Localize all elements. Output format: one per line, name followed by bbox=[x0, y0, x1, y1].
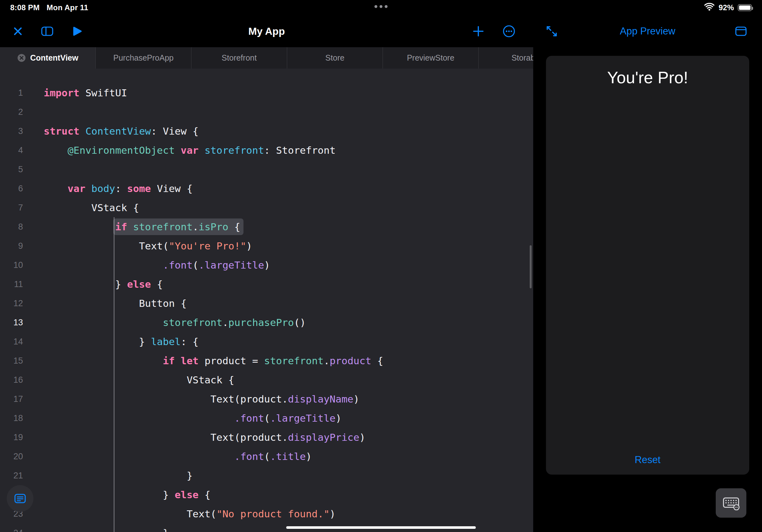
preview-header: App Preview bbox=[533, 15, 762, 47]
code-text: if storefront.isPro { bbox=[44, 217, 240, 236]
line-number: 7 bbox=[0, 198, 23, 217]
code-text: Text("You're Pro!") bbox=[44, 236, 252, 255]
tab-label: PreviewStore bbox=[407, 53, 454, 62]
reset-button[interactable]: Reset bbox=[546, 454, 749, 466]
tab-storefront[interactable]: Storefront bbox=[191, 47, 287, 69]
line-number: 9 bbox=[0, 236, 23, 255]
home-indicator[interactable] bbox=[286, 526, 476, 529]
line-number: 11 bbox=[0, 275, 23, 294]
tab-bar: ContentViewPurchaseProAppStorefrontStore… bbox=[0, 47, 533, 69]
code-line[interactable]: 16 VStack { bbox=[0, 370, 533, 389]
tab-contentview[interactable]: ContentView bbox=[0, 47, 96, 69]
tab-label: Store bbox=[326, 53, 344, 62]
code-line[interactable]: 1import SwiftUI bbox=[0, 83, 533, 102]
code-line[interactable]: 4 @EnvironmentObject var storefront: Sto… bbox=[0, 141, 533, 160]
code-line[interactable]: 15 if let product = storefront.product { bbox=[0, 351, 533, 370]
tab-label: ContentView bbox=[30, 53, 79, 62]
code-text: } bbox=[44, 466, 193, 485]
line-number: 3 bbox=[0, 121, 23, 141]
line-number: 19 bbox=[0, 428, 23, 447]
line-number: 24 bbox=[0, 523, 23, 532]
code-text: Text("No product found.") bbox=[44, 504, 336, 523]
window-icon bbox=[734, 24, 748, 38]
code-text: } else { bbox=[44, 275, 163, 294]
code-text: .font(.largeTitle) bbox=[44, 255, 270, 275]
code-lines: 1import SwiftUI23struct ContentView: Vie… bbox=[0, 69, 533, 532]
code-text: .font(.title) bbox=[44, 447, 312, 466]
keyboard-icon bbox=[723, 496, 740, 510]
preview-panel-title: App Preview bbox=[533, 15, 762, 47]
keyboard-button[interactable] bbox=[716, 488, 746, 518]
tab-storable[interactable]: Storable bbox=[479, 47, 533, 69]
line-number: 21 bbox=[0, 466, 23, 485]
multitasking-dots-icon[interactable] bbox=[375, 5, 388, 8]
code-line[interactable]: 5 bbox=[0, 160, 533, 179]
tab-previewstore[interactable]: PreviewStore bbox=[383, 47, 479, 69]
code-line[interactable]: 19 Text(product.displayPrice) bbox=[0, 428, 533, 447]
tab-store[interactable]: Store bbox=[287, 47, 383, 69]
code-line[interactable]: 20 .font(.title) bbox=[0, 447, 533, 466]
code-line[interactable]: 7 VStack { bbox=[0, 198, 533, 217]
preview-window-mode-button[interactable] bbox=[734, 24, 748, 38]
status-date: Mon Apr 11 bbox=[46, 3, 88, 12]
tab-label: PurchaseProApp bbox=[113, 53, 174, 62]
line-number: 1 bbox=[0, 83, 23, 102]
code-text: struct ContentView: View { bbox=[44, 121, 198, 141]
status-bar: 8:08 PM Mon Apr 11 92% bbox=[0, 0, 762, 15]
code-text: VStack { bbox=[44, 370, 234, 389]
code-line[interactable]: 17 Text(product.displayName) bbox=[0, 389, 533, 409]
code-text: @EnvironmentObject var storefront: Store… bbox=[44, 141, 336, 160]
code-text: storefront.purchasePro() bbox=[44, 313, 306, 332]
code-line[interactable]: 3struct ContentView: View { bbox=[0, 121, 533, 141]
preview-content-text: You're Pro! bbox=[546, 68, 749, 87]
code-line[interactable]: 9 Text("You're Pro!") bbox=[0, 236, 533, 255]
code-text: var body: some View { bbox=[44, 179, 193, 198]
code-line[interactable]: 22 } else { bbox=[0, 485, 533, 504]
editor-scrollbar[interactable] bbox=[530, 245, 532, 288]
code-text: } label: { bbox=[44, 332, 198, 351]
tab-purchaseproapp[interactable]: PurchaseProApp bbox=[96, 47, 191, 69]
status-indicators: 92% bbox=[704, 3, 752, 13]
toolbar: My App bbox=[0, 15, 533, 47]
line-number: 16 bbox=[0, 370, 23, 389]
code-line[interactable]: 18 .font(.largeTitle) bbox=[0, 409, 533, 428]
tab-label: Storefront bbox=[222, 53, 257, 62]
code-line[interactable]: 6 var body: some View { bbox=[0, 179, 533, 198]
line-number: 4 bbox=[0, 141, 23, 160]
console-button[interactable] bbox=[7, 485, 34, 512]
tab-label: Storable bbox=[511, 53, 533, 62]
code-line[interactable]: 21 } bbox=[0, 466, 533, 485]
line-number: 6 bbox=[0, 179, 23, 198]
line-number: 20 bbox=[0, 447, 23, 466]
close-tab-icon[interactable] bbox=[17, 54, 26, 62]
code-line[interactable]: 23 Text("No product found.") bbox=[0, 504, 533, 523]
battery-icon bbox=[738, 4, 752, 11]
toolbar-right bbox=[471, 15, 516, 47]
line-number: 17 bbox=[0, 389, 23, 409]
line-number: 8 bbox=[0, 217, 23, 236]
app-preview-canvas: You're Pro! Reset bbox=[546, 56, 749, 475]
line-number: 18 bbox=[0, 409, 23, 428]
code-text: } else { bbox=[44, 485, 211, 504]
code-text: Button { bbox=[44, 294, 187, 313]
add-button[interactable] bbox=[471, 24, 485, 38]
code-line[interactable]: 2 bbox=[0, 102, 533, 121]
app-preview-panel: App Preview You're Pro! Reset bbox=[533, 0, 762, 532]
code-line[interactable]: 12 Button { bbox=[0, 294, 533, 313]
status-time: 8:08 PM bbox=[10, 3, 39, 12]
code-editor[interactable]: 1import SwiftUI23struct ContentView: Vie… bbox=[0, 69, 533, 532]
code-text: Text(product.displayPrice) bbox=[44, 428, 365, 447]
code-line[interactable]: 14 } label: { bbox=[0, 332, 533, 351]
code-line[interactable]: 8 if storefront.isPro { bbox=[0, 217, 533, 236]
console-list-icon bbox=[13, 492, 27, 505]
code-line[interactable]: 13 storefront.purchasePro() bbox=[0, 313, 533, 332]
more-options-button[interactable] bbox=[502, 24, 516, 38]
battery-percent: 92% bbox=[719, 3, 734, 12]
code-text: VStack { bbox=[44, 198, 139, 217]
code-line[interactable]: 11 } else { bbox=[0, 275, 533, 294]
line-number: 13 bbox=[0, 313, 23, 332]
line-number: 14 bbox=[0, 332, 23, 351]
wifi-icon bbox=[704, 3, 715, 13]
code-line[interactable]: 10 .font(.largeTitle) bbox=[0, 255, 533, 275]
line-number: 10 bbox=[0, 255, 23, 275]
